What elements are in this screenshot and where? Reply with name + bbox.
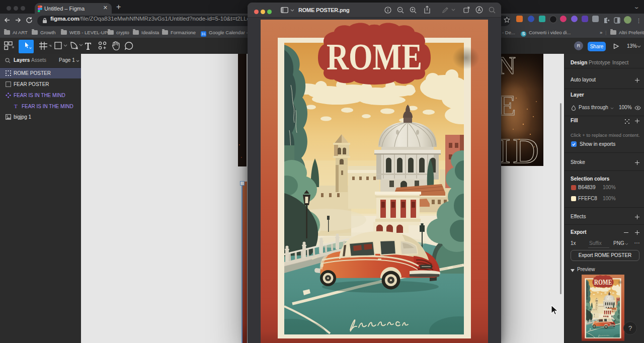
svg-text:E: E <box>501 89 516 122</box>
svg-text:ID: ID <box>501 131 541 166</box>
svg-text:N: N <box>501 54 516 79</box>
